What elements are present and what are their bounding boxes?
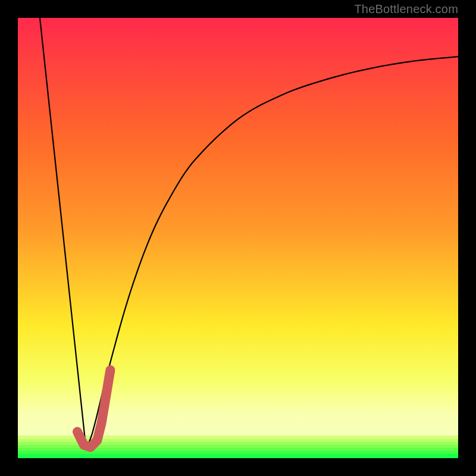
gradient-background [18, 18, 458, 458]
svg-rect-5 [18, 451, 458, 454]
watermark-text: TheBottleneck.com [354, 2, 458, 16]
svg-rect-6 [18, 454, 458, 458]
chart-frame: TheBottleneck.com [0, 0, 476, 476]
chart-svg [18, 18, 458, 458]
plot-area [18, 18, 458, 458]
